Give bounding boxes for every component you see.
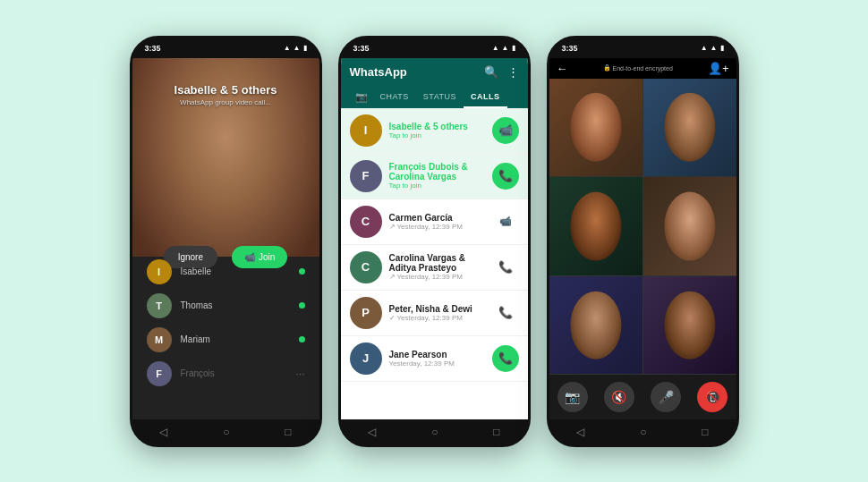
back-nav-icon[interactable]: ◁: [368, 426, 376, 438]
participant-video: [643, 177, 736, 275]
audio-call-button[interactable]: 📞: [492, 345, 519, 372]
phone-icon: 📞: [498, 260, 513, 274]
wifi-icon: ▲: [711, 44, 718, 52]
signal-icon: ▲: [492, 44, 499, 52]
face: [570, 291, 621, 359]
call-time: ↗ Yesterday, 12:39 PM: [389, 273, 485, 281]
call-info: Isabelle & 5 others Tap to join: [389, 122, 485, 140]
signal-icon: ▲: [284, 44, 291, 52]
home-nav-icon[interactable]: ○: [223, 426, 229, 438]
video-cell-3: [549, 177, 642, 275]
list-item: I Isabelle & 5 others Tap to join 📹: [341, 108, 528, 154]
back-nav-icon[interactable]: ◁: [576, 426, 584, 438]
recent-nav-icon[interactable]: □: [702, 426, 708, 438]
call-info: Carolina Vargas & Aditya Prasteyo ↗ Yest…: [389, 253, 485, 281]
end-call-button[interactable]: 📵: [697, 382, 728, 412]
participant-video: [549, 177, 642, 275]
status-icons-2: ▲ ▲ ▮: [492, 44, 515, 52]
list-item: C Carmen García ↗ Yesterday, 12:39 PM 📹: [341, 199, 528, 245]
tab-status[interactable]: STATUS: [416, 87, 464, 108]
recent-nav-icon[interactable]: □: [493, 426, 499, 438]
home-nav-icon[interactable]: ○: [431, 426, 438, 438]
participant-name: Isabelle: [181, 266, 290, 276]
back-arrow-icon[interactable]: ←: [557, 62, 568, 75]
list-item: C Carolina Vargas & Aditya Prasteyo ↗ Ye…: [341, 245, 528, 291]
avatar: F: [350, 160, 382, 192]
avatar: F: [147, 361, 172, 386]
participant-video: [643, 79, 736, 177]
add-participant-icon[interactable]: 👤+: [708, 62, 729, 75]
call-controls: 📷 🔇 🎤 📵: [549, 375, 736, 419]
video-call-join-button[interactable]: 📹: [492, 117, 519, 144]
video-icon: 📹: [498, 123, 513, 137]
battery-icon: ▮: [303, 44, 307, 52]
signal-icon: ▲: [701, 44, 708, 52]
phone-1: 3:35 ▲ ▲ ▮ Isabelle & 5 others WhatsApp …: [130, 36, 322, 447]
video-icon: 📹: [499, 216, 512, 227]
video-cell-2: [643, 79, 736, 177]
whatsapp-header: WhatsApp 🔍 ⋮: [341, 58, 528, 86]
video-cell-6: [643, 276, 736, 375]
search-icon[interactable]: 🔍: [484, 65, 498, 79]
camera-tab-icon[interactable]: 📷: [350, 86, 373, 108]
mute-button[interactable]: 🔇: [604, 382, 634, 412]
call-contact-name: Carmen García: [389, 213, 485, 223]
video-grid: [549, 79, 736, 375]
online-indicator: [299, 336, 305, 342]
header-icons: 🔍 ⋮: [484, 65, 519, 79]
participant-video: [643, 276, 736, 375]
online-indicator: [299, 302, 305, 309]
avatar: P: [350, 297, 382, 329]
mic-off-button[interactable]: 🎤: [651, 382, 681, 412]
list-item: F François ···: [132, 357, 319, 391]
call-info: François Dubois & Carolina Vargas Tap to…: [389, 162, 485, 190]
avatar: J: [350, 342, 382, 375]
online-indicator: [299, 268, 305, 275]
incoming-call-info: Isabelle & 5 others WhatsApp group video…: [132, 83, 319, 106]
avatar: C: [350, 206, 382, 238]
wifi-icon: ▲: [294, 44, 301, 52]
participant-video: [549, 276, 642, 375]
list-item: I Isabelle: [132, 255, 319, 289]
status-bar-3: 3:35 ▲ ▲ ▮: [549, 38, 736, 58]
video-cell-4: [643, 177, 736, 275]
participant-name: Thomas: [181, 300, 290, 310]
phone-2: 3:35 ▲ ▲ ▮ WhatsApp 🔍 ⋮ 📷 CHATS STATUS C…: [338, 36, 531, 447]
audio-call-button[interactable]: 📞: [492, 300, 519, 326]
list-item: M Mariam: [132, 323, 319, 357]
avatar: I: [147, 259, 172, 284]
call-contact-name: François Dubois & Carolina Vargas: [389, 162, 485, 182]
recent-nav-icon[interactable]: □: [285, 426, 291, 438]
video-cell-1: [549, 79, 642, 177]
list-item: P Peter, Nisha & Dewi ✓ Yesterday, 12:39…: [341, 291, 528, 336]
avatar: C: [350, 251, 382, 283]
video-call-button[interactable]: 📹: [492, 208, 519, 235]
call-time: Yesterday, 12:39 PM: [389, 359, 485, 368]
battery-icon: ▮: [512, 44, 515, 52]
audio-call-join-button[interactable]: 📞: [492, 163, 519, 190]
more-options-icon[interactable]: ⋮: [507, 65, 519, 79]
face: [570, 93, 621, 162]
home-nav-icon[interactable]: ○: [640, 426, 646, 438]
face: [664, 291, 715, 359]
avatar: M: [147, 327, 172, 352]
time-2: 3:35: [353, 44, 370, 53]
status-bar-1: 3:35 ▲ ▲ ▮: [132, 38, 319, 58]
call-status: Tap to join: [389, 182, 485, 190]
back-nav-icon[interactable]: ◁: [159, 426, 167, 438]
time-3: 3:35: [562, 44, 578, 53]
mic-off-icon: 🎤: [659, 390, 674, 404]
tab-chats[interactable]: CHATS: [373, 87, 416, 108]
participant-video: [549, 79, 642, 177]
audio-call-button[interactable]: 📞: [492, 254, 519, 281]
phone-3: 3:35 ▲ ▲ ▮ ← 🔒 End-to-end encrypted 👤+: [547, 36, 739, 447]
face: [664, 93, 715, 162]
avatar: I: [350, 114, 382, 147]
camera-toggle-button[interactable]: 📷: [557, 382, 588, 412]
tab-calls[interactable]: CALLS: [464, 87, 507, 108]
caller-name: Isabelle & 5 others: [132, 83, 319, 97]
status-icons-3: ▲ ▲ ▮: [701, 44, 724, 52]
nav-bar-2: ◁ ○ □: [341, 419, 528, 444]
avatar: T: [147, 293, 172, 318]
battery-icon: ▮: [720, 44, 724, 52]
